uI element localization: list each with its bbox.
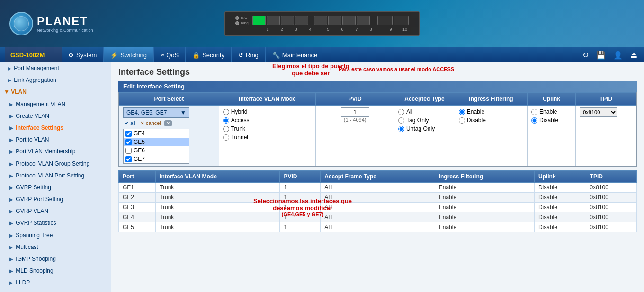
sidebar-item-link-aggregation[interactable]: ▶ Link Aggregation	[0, 74, 111, 86]
device-id: GSD-1002M	[5, 47, 62, 62]
port-item-ge6[interactable]: GE6	[124, 146, 189, 155]
lower-table: Port Interface VLAN Mode PVID Accept Fra…	[118, 170, 637, 232]
sidebar-item-mac-address[interactable]: ▶ MAC Address Table	[0, 289, 111, 292]
lower-th-ingress: Ingress Filtering	[435, 171, 534, 183]
th-vlan-mode: Interface VLAN Mode	[219, 93, 315, 106]
vlan-mode-cell: Hybrid Access Trunk	[219, 106, 315, 166]
cell-mode: Trunk	[156, 203, 280, 212]
pvid-range: (1 - 4094)	[320, 117, 390, 123]
cell-mode: Trunk	[156, 193, 280, 203]
sidebar-item-mld[interactable]: ▶ MLD Snooping	[0, 265, 111, 277]
sidebar-item-port-to-vlan[interactable]: ▶ Port to VLAN	[0, 134, 111, 146]
radio-tunnel-input[interactable]	[223, 134, 229, 141]
sfp-port-10	[394, 16, 409, 25]
sidebar-item-lldp[interactable]: ▶ LLDP	[0, 277, 111, 289]
radio-access-input[interactable]	[223, 117, 229, 124]
content-area: Interface Settings Elegimos el tipo de p…	[111, 62, 644, 292]
user-icon[interactable]: 👤	[611, 51, 625, 60]
lower-section: Port Interface VLAN Mode PVID Accept Fra…	[118, 170, 637, 232]
radio-tunnel: Tunnel	[223, 133, 312, 142]
nav-switching[interactable]: ⚡ Switching	[104, 47, 154, 62]
sidebar-item-igmp[interactable]: ▶ IGMP Snooping	[0, 253, 111, 265]
refresh-icon[interactable]: ↻	[581, 51, 590, 60]
table-row: GE5Trunk1ALLEnableDisable0x8100	[119, 222, 637, 232]
sidebar-item-multicast[interactable]: ▶ Multicast	[0, 241, 111, 253]
brand-name: PLANET	[37, 15, 93, 28]
sidebar-section-vlan[interactable]: ▼ VLAN	[0, 86, 111, 98]
port-select-cell: GE4, GE5, GE7 ▼ ✔ all ✕ cancel ✕	[119, 106, 219, 166]
sidebar-item-protocol-vlan-group[interactable]: ▶ Protocol VLAN Group Setting	[0, 158, 111, 170]
cell-uplink: Disable	[534, 212, 586, 222]
save-icon[interactable]: 💾	[594, 51, 608, 60]
uplink-cell: Enable Disable	[528, 106, 576, 166]
sidebar-item-port-vlan-membership[interactable]: ▶ Port VLAN Membership	[0, 146, 111, 158]
port-ge6-checkbox[interactable]	[125, 148, 132, 154]
pvid-input[interactable]	[341, 107, 369, 117]
dropdown-arrow-icon: ▼	[180, 109, 186, 116]
radio-untag-only-input[interactable]	[398, 126, 404, 132]
pvid-cell: (1 - 4094)	[316, 106, 394, 166]
cell-mode: Trunk	[156, 212, 280, 222]
switch-diagram: R.O. Ring 1 2 3 4 5 6 7 8	[224, 11, 420, 36]
th-accepted: Accepted Type	[394, 93, 455, 106]
nav-security[interactable]: 🔒 Security	[186, 47, 232, 62]
port-3	[281, 16, 294, 25]
radio-trunk-input[interactable]	[223, 126, 229, 132]
ring-icon: ↺	[238, 52, 243, 59]
sidebar-item-protocol-vlan-port[interactable]: ▶ Protocol VLAN Port Setting	[0, 170, 111, 182]
nav-qos[interactable]: ≈ QoS	[154, 47, 186, 62]
table-row: GE3Trunk1ALLEnableDisable0x8100	[119, 203, 637, 212]
nav-system[interactable]: ⚙ System	[62, 47, 104, 62]
cell-ingress: Enable	[435, 222, 534, 232]
main-layout: ▶ Port Management ▶ Link Aggregation ▼ V…	[0, 62, 644, 292]
cell-ingress: Enable	[435, 183, 534, 193]
lower-th-uplink: Uplink	[534, 171, 586, 183]
radio-uplink-disable[interactable]	[531, 117, 537, 124]
cell-uplink: Disable	[534, 222, 586, 232]
port-select-value: GE4, GE5, GE7	[126, 109, 167, 116]
cell-pvid: 1	[280, 212, 321, 222]
port-2	[267, 16, 280, 25]
brand-sub: Networking & Communication	[37, 28, 93, 33]
radio-ingress-disable[interactable]	[459, 117, 465, 124]
port-ge5-checkbox[interactable]	[125, 139, 132, 145]
radio-tag-only-input[interactable]	[398, 117, 404, 124]
sfp-port-9	[377, 16, 393, 25]
bg-decoration	[407, 0, 644, 47]
sidebar-item-gvrp-port[interactable]: ▶ GVRP Port Setting	[0, 194, 111, 205]
port-select-dropdown[interactable]: GE4, GE5, GE7 ▼	[123, 107, 189, 118]
sidebar-item-port-management[interactable]: ▶ Port Management	[0, 62, 111, 74]
sidebar-item-interface-settings[interactable]: ▶ Interface Settings	[0, 122, 111, 134]
gear-icon: ⚙	[68, 52, 74, 59]
sidebar-item-gvrp-vlan[interactable]: ▶ GVRP VLAN	[0, 205, 111, 217]
sidebar-item-gvrp-stats[interactable]: ▶ GVRP Statistics	[0, 217, 111, 229]
lower-th-port: Port	[119, 171, 156, 183]
port-ge7-checkbox[interactable]	[125, 156, 132, 162]
port-ge4-checkbox[interactable]	[125, 131, 132, 137]
port-item-ge7[interactable]: GE7	[124, 155, 189, 163]
radio-ingress-enable[interactable]	[459, 109, 465, 115]
cancel-btn[interactable]: ✕ cancel	[139, 120, 162, 127]
select-all-btn[interactable]: ✔ all	[123, 120, 137, 127]
port-item-ge4[interactable]: GE4	[124, 129, 189, 138]
sidebar-item-create-vlan[interactable]: ▶ Create VLAN	[0, 110, 111, 122]
logout-icon[interactable]: ⏏	[628, 51, 639, 60]
sidebar-item-spanning-tree[interactable]: ▶ Spanning Tree	[0, 230, 111, 241]
cell-accept: ALL	[321, 183, 435, 193]
radio-access: Access	[223, 116, 312, 124]
sidebar-item-management-vlan[interactable]: ▶ Management VLAN	[0, 98, 111, 110]
page-title: Interface Settings	[118, 67, 637, 77]
table-row: GE4Trunk1ALLEnableDisable0x8100	[119, 212, 637, 222]
th-ingress: Ingress Filtering	[455, 93, 527, 106]
nav-ring[interactable]: ↺ Ring	[232, 47, 266, 62]
tpid-select[interactable]: 0x8100 0x88A8 0x9100	[580, 107, 617, 117]
port-item-ge5[interactable]: GE5	[124, 138, 189, 146]
radio-uplink-enable[interactable]	[531, 109, 537, 115]
radio-all-input[interactable]	[398, 109, 404, 115]
port-list: GE4 GE5 GE6 GE7	[123, 129, 189, 164]
logo-text: PLANET Networking & Communication	[37, 15, 93, 33]
clear-btn[interactable]: ✕	[164, 120, 172, 126]
nav-maintenance[interactable]: 🔧 Maintenance	[266, 47, 324, 62]
sidebar-item-gvrp-setting[interactable]: ▶ GVRP Setting	[0, 182, 111, 194]
radio-hybrid-input[interactable]	[223, 109, 229, 115]
